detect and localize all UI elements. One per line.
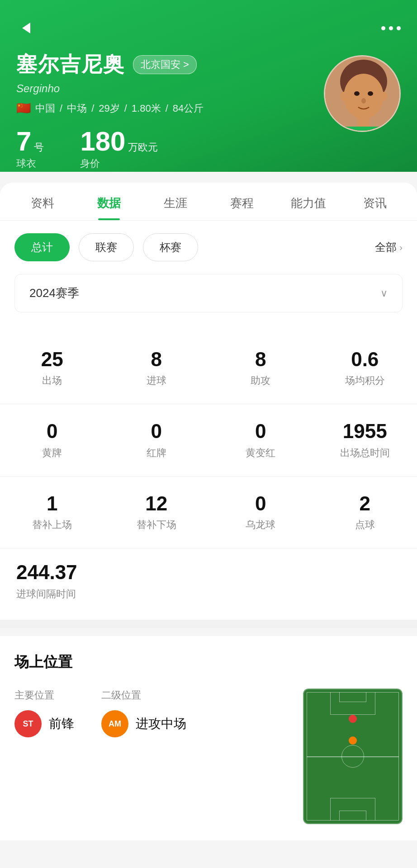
field-goal-top — [339, 692, 366, 702]
yellow-to-red-label: 黄变红 — [212, 446, 309, 460]
stat-avg-rating: 0.6 场均积分 — [313, 341, 417, 395]
back-arrow-icon — [22, 23, 30, 33]
team-badge-button[interactable]: 北京国安 > — [133, 55, 197, 74]
top-bar — [16, 18, 401, 38]
assists-label: 助攻 — [212, 374, 309, 387]
filter-total-button[interactable]: 总计 — [14, 233, 70, 261]
filter-all-button[interactable]: 全部 › — [375, 240, 403, 255]
position-section: 场上位置 主要位置 ST 前锋 二级位置 AM 进攻中场 — [0, 636, 417, 840]
player-avatar — [324, 55, 401, 132]
stat-goals: 8 进球 — [104, 341, 209, 395]
stat-penalty: 2 点球 — [313, 486, 417, 539]
section-divider — [0, 620, 417, 628]
position-section-title: 场上位置 — [14, 652, 403, 672]
field-goal-bottom — [339, 811, 366, 821]
season-label: 2024赛季 — [29, 285, 79, 301]
stat-sub-in: 1 替补上场 — [0, 486, 104, 539]
yellow-label: 黄牌 — [4, 446, 101, 460]
nationality: 中国 — [35, 102, 55, 115]
avg-rating-label: 场均积分 — [317, 374, 414, 387]
primary-pos-badge: ST — [14, 710, 42, 737]
yellow-value: 0 — [4, 420, 101, 442]
flag-icon: 🇨🇳 — [16, 101, 31, 115]
stat-red: 0 红牌 — [104, 413, 209, 467]
interval-section: 244.37 进球间隔时间 — [0, 548, 417, 615]
own-goal-label: 乌龙球 — [212, 518, 309, 532]
stat-yellow: 0 黄牌 — [0, 413, 104, 467]
svg-point-3 — [354, 91, 360, 96]
secondary-pos-badge: AM — [101, 710, 128, 737]
tab-schedule[interactable]: 赛程 — [208, 183, 275, 220]
appearances-label: 出场 — [4, 374, 101, 387]
secondary-pos-name: 进攻中场 — [136, 715, 186, 732]
sub-out-value: 12 — [108, 493, 205, 514]
stats-row-2: 0 黄牌 0 红牌 0 黄变红 1955 出场总时间 — [0, 404, 417, 476]
secondary-position-label: 二级位置 — [101, 689, 186, 702]
season-selector[interactable]: 2024赛季 ∨ — [14, 274, 403, 312]
goals-label: 进球 — [108, 374, 205, 387]
jersey-number-block: 7 号 球衣 — [16, 128, 44, 170]
goals-value: 8 — [108, 349, 205, 370]
stat-yellow-to-red: 0 黄变红 — [208, 413, 313, 467]
yellow-to-red-value: 0 — [212, 420, 309, 442]
svg-point-2 — [344, 74, 384, 119]
primary-pos-dot — [349, 715, 357, 723]
penalty-value: 2 — [317, 493, 414, 514]
dot1 — [381, 26, 385, 30]
stat-minutes: 1955 出场总时间 — [313, 413, 417, 467]
svg-point-9 — [380, 92, 387, 101]
primary-position-tag: ST 前锋 — [14, 710, 74, 737]
dot3 — [397, 26, 401, 30]
age: 29岁 — [99, 102, 119, 115]
tab-stats[interactable]: 数据 — [76, 183, 142, 220]
tabs-bar: 资料 数据 生涯 赛程 能力值 资讯 — [0, 183, 417, 221]
sub-in-value: 1 — [4, 493, 101, 514]
interval-label: 进球间隔时间 — [16, 587, 401, 601]
sub-in-label: 替补上场 — [4, 518, 101, 532]
jersey-sublabel: 球衣 — [16, 157, 44, 170]
sub-out-label: 替补下场 — [108, 518, 205, 532]
red-value: 0 — [108, 420, 205, 442]
tab-ability[interactable]: 能力值 — [275, 183, 341, 220]
position: 中场 — [67, 102, 87, 115]
assists-value: 8 — [212, 349, 309, 370]
player-info-row: 塞尔吉尼奥 北京国安 > Serginho 🇨🇳 中国 / 中场 / 29岁 /… — [16, 51, 401, 170]
secondary-pos-dot — [349, 736, 357, 745]
weight: 84公斤 — [173, 102, 204, 115]
stat-sub-out: 12 替补下场 — [104, 486, 209, 539]
filter-cup-button[interactable]: 杯赛 — [143, 233, 198, 261]
height: 1.80米 — [132, 102, 161, 115]
filter-league-button[interactable]: 联赛 — [79, 233, 134, 261]
primary-pos-name: 前锋 — [49, 715, 74, 732]
appearances-value: 25 — [4, 349, 101, 370]
back-button[interactable] — [16, 18, 36, 38]
tab-career[interactable]: 生涯 — [142, 183, 208, 220]
minutes-label: 出场总时间 — [317, 446, 414, 460]
market-value: 180 — [80, 128, 125, 155]
jersey-number: 7 — [16, 128, 31, 155]
secondary-position-group: 二级位置 AM 进攻中场 — [101, 689, 186, 737]
svg-point-8 — [340, 92, 347, 101]
market-label: 身价 — [80, 157, 158, 170]
stat-assists: 8 助攻 — [208, 341, 313, 395]
more-button[interactable] — [381, 26, 401, 30]
jersey-label: 号 — [34, 141, 44, 154]
dot2 — [389, 26, 393, 30]
player-name-zh: 塞尔吉尼奥 — [16, 51, 125, 79]
stats-row-1: 25 出场 8 进球 8 助攻 0.6 场均积分 — [0, 332, 417, 404]
secondary-position-tag: AM 进攻中场 — [101, 710, 186, 737]
tab-news[interactable]: 资讯 — [341, 183, 408, 220]
filter-section: 总计 联赛 杯赛 全部 › — [0, 221, 417, 274]
own-goal-value: 0 — [212, 493, 309, 514]
tab-profile[interactable]: 资料 — [9, 183, 76, 220]
penalty-label: 点球 — [317, 518, 414, 532]
primary-position-group: 主要位置 ST 前锋 — [14, 689, 74, 737]
primary-position-label: 主要位置 — [14, 689, 74, 702]
position-left: 主要位置 ST 前锋 二级位置 AM 进攻中场 — [14, 689, 289, 737]
position-content: 主要位置 ST 前锋 二级位置 AM 进攻中场 — [14, 689, 403, 824]
stat-own-goal: 0 乌龙球 — [208, 486, 313, 539]
stat-appearances: 25 出场 — [0, 341, 104, 395]
stats-section: 25 出场 8 进球 8 助攻 0.6 场均积分 0 黄牌 0 — [0, 323, 417, 620]
player-name-en: Serginho — [16, 82, 324, 95]
svg-point-5 — [361, 98, 366, 104]
